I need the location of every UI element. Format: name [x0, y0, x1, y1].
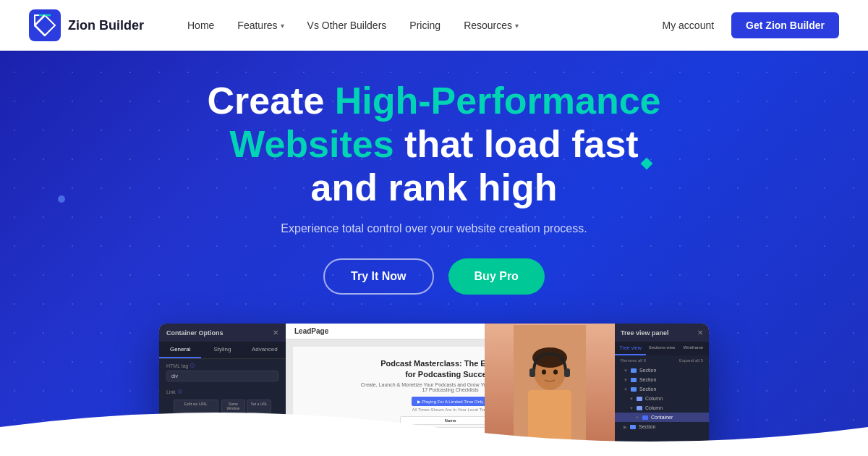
navbar: Zion Builder Home Features ▾ Vs Other Bu… — [0, 0, 868, 51]
tree-actions: Remove all 0 Expand all 5 — [615, 355, 709, 366]
panel-tabs: General Styling Advanced — [159, 342, 286, 359]
svg-rect-6 — [564, 368, 570, 377]
remove-all-action[interactable]: Remove all 0 — [621, 358, 646, 363]
get-zion-builder-button[interactable]: Get Zion Builder — [731, 12, 839, 38]
bottom-wave — [0, 398, 868, 456]
nav-resources[interactable]: Resources ▾ — [464, 20, 519, 31]
chevron-icon: ▼ — [624, 368, 628, 373]
info-icon: ⓘ — [190, 363, 195, 369]
html-tag-label: HTML tag ⓘ — [166, 363, 278, 369]
right-panel-header: Tree view panel ✕ — [615, 324, 709, 342]
sections-view-tab[interactable]: Sections view — [646, 342, 677, 355]
my-account-link[interactable]: My account — [663, 20, 715, 31]
tree-item-section3[interactable]: ▼ Section — [615, 384, 709, 394]
html-tag-field: HTML tag ⓘ div — [159, 359, 286, 385]
try-it-now-button[interactable]: Try It Now — [323, 258, 433, 295]
html-tag-input[interactable]: div — [166, 371, 278, 381]
right-panel-tabs: Tree view Sections view Wireframe — [615, 342, 709, 355]
nav-links: Home Features ▾ Vs Other Builders Pricin… — [187, 20, 663, 31]
hero-title-plain: Create — [207, 80, 334, 122]
nav-home[interactable]: Home — [187, 20, 214, 31]
tree-item-section1[interactable]: ▼ Section — [615, 366, 709, 375]
right-panel-close-icon[interactable]: ✕ — [697, 329, 703, 337]
tree-item-section2[interactable]: ▼ Section — [615, 375, 709, 384]
section-icon — [631, 387, 637, 392]
nav-right: My account Get Zion Builder — [663, 12, 839, 38]
section-icon — [631, 368, 637, 373]
svg-rect-5 — [529, 368, 535, 377]
expand-all-action[interactable]: Expand all 5 — [679, 358, 703, 363]
wireframe-tab[interactable]: Wireframe — [678, 342, 709, 355]
left-panel-close-icon[interactable]: ✕ — [273, 329, 278, 337]
chevron-icon: ▼ — [624, 387, 628, 392]
nav-features[interactable]: Features ▾ — [237, 20, 284, 31]
svg-point-7 — [542, 369, 546, 374]
panel-tab-advanced[interactable]: Advanced — [244, 342, 286, 358]
logo-icon — [29, 9, 61, 41]
right-panel-title: Tree view panel — [621, 329, 669, 337]
resources-chevron-icon: ▾ — [515, 22, 519, 30]
svg-point-8 — [553, 369, 558, 374]
features-chevron-icon: ▾ — [281, 22, 284, 30]
center-brand: LeadPage — [294, 327, 328, 335]
panel-tab-general[interactable]: General — [159, 342, 201, 358]
nav-vs-builders[interactable]: Vs Other Builders — [307, 20, 387, 31]
hero-section: Create High-PerformanceWebsites that loa… — [0, 0, 868, 456]
hero-subtitle: Experience total control over your websi… — [281, 222, 587, 235]
nav-pricing[interactable]: Pricing — [409, 20, 441, 31]
left-panel-header: Container Options ✕ — [159, 324, 286, 342]
hero-buttons: Try It Now Buy Pro — [323, 258, 545, 295]
buy-pro-button[interactable]: Buy Pro — [448, 258, 545, 295]
panel-tab-styling[interactable]: Styling — [201, 342, 243, 358]
left-panel-title: Container Options — [166, 329, 224, 337]
logo-text: Zion Builder — [68, 18, 144, 33]
hero-title: Create High-PerformanceWebsites that loa… — [207, 80, 660, 209]
section-icon — [631, 378, 637, 382]
link-label: Link ⓘ — [166, 389, 278, 395]
dot-decoration — [58, 195, 65, 203]
chevron-icon: ▼ — [624, 378, 628, 382]
logo-link[interactable]: Zion Builder — [29, 9, 144, 41]
tree-view-tab[interactable]: Tree view — [615, 342, 646, 355]
link-info-icon: ⓘ — [178, 389, 182, 395]
